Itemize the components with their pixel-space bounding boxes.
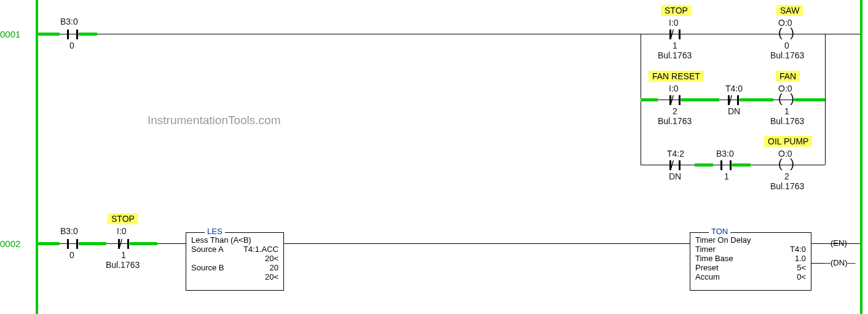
addr: I:0	[669, 84, 679, 93]
addr: DN	[728, 106, 740, 116]
wire-energized	[740, 98, 773, 101]
wire-energized	[695, 163, 713, 167]
addr: Bul.1763	[770, 50, 804, 60]
ote-saw: ()	[772, 28, 800, 41]
addr: 1	[121, 250, 126, 260]
les-instruction: LES Less Than (A<B) Source AT4:1.ACC 20<…	[186, 232, 284, 291]
addr: 0	[69, 250, 74, 260]
ton-v0: T4:0	[790, 245, 806, 254]
addr: 2	[673, 106, 677, 116]
xio-t42dn: /	[661, 159, 689, 171]
tag-saw: SAW	[776, 5, 803, 16]
wire-energized	[38, 33, 60, 36]
ton-v3: 0<	[797, 272, 806, 281]
addr: Bul.1763	[658, 116, 692, 126]
addr: Bul.1763	[658, 50, 692, 60]
wire-energized	[79, 242, 106, 245]
left-power-rail	[36, 0, 38, 314]
ote-oilpump: ()	[772, 159, 800, 171]
wire-energized	[38, 242, 60, 245]
les-srcb-label: Source B	[191, 263, 224, 272]
addr: B3:0	[60, 226, 78, 236]
addr: T4:0	[725, 84, 743, 93]
les-srca-sub: 20<	[265, 254, 278, 263]
addr: I:0	[669, 18, 679, 28]
ton-en-flag: EN	[823, 238, 855, 248]
addr: Bul.1763	[770, 116, 804, 126]
ton-instruction: TON Timer On Delay TimerT4:0 Time Base1.…	[690, 232, 811, 291]
tag-stop: STOP	[661, 5, 692, 16]
addr: 1	[784, 106, 789, 116]
xio-stop: /	[661, 28, 689, 41]
addr: I:0	[117, 226, 127, 236]
watermark: InstrumentationTools.com	[148, 114, 281, 127]
wire	[38, 34, 641, 34]
wire-energized	[681, 98, 719, 101]
addr-bot: 0	[69, 41, 74, 50]
les-srca-label: Source A	[191, 245, 224, 254]
ton-k3: Accum	[695, 272, 720, 281]
ton-k0: Timer	[695, 245, 716, 254]
wire-energized	[79, 33, 97, 36]
tag-oilpump: OIL PUMP	[764, 136, 812, 147]
addr: 1	[673, 41, 677, 50]
wire	[825, 34, 826, 165]
tag-fanreset: FAN RESET	[649, 71, 704, 82]
ton-desc: Timer On Delay	[695, 235, 806, 245]
right-power-rail	[860, 0, 862, 314]
wire-energized	[641, 98, 658, 101]
addr: Bul.1763	[106, 260, 140, 270]
tag-fan: FAN	[776, 71, 800, 82]
tag-stop-r2: STOP	[108, 213, 138, 224]
les-title: LES	[205, 227, 225, 236]
addr-top: B3:0	[60, 17, 78, 26]
addr: T4:2	[667, 149, 684, 159]
addr: 1	[724, 171, 729, 181]
les-desc: Less Than (A<B)	[191, 235, 278, 245]
les-srcb-sub: 20<	[265, 272, 278, 281]
ton-dn-flag: DN	[823, 258, 855, 267]
addr: DN	[669, 171, 681, 181]
les-srca-val: T4:1.ACC	[243, 245, 278, 254]
wire	[825, 34, 860, 34]
wire	[811, 263, 825, 264]
rung-number-1: 0001	[0, 29, 20, 39]
addr: B3:0	[716, 149, 734, 159]
wire-energized	[732, 163, 751, 167]
addr: 0	[784, 41, 789, 50]
wire-energized	[130, 242, 157, 245]
ton-v1: 1.0	[795, 254, 806, 263]
ton-k2: Preset	[695, 263, 719, 272]
ton-k1: Time Base	[695, 254, 733, 263]
wire-energized	[794, 98, 825, 101]
ton-title: TON	[709, 227, 730, 236]
ton-v2: 5<	[797, 263, 806, 272]
les-srcb-val: 20	[270, 263, 278, 272]
rung-number-2: 0002	[0, 238, 20, 249]
addr: 2	[784, 171, 789, 181]
addr: Bul.1763	[770, 181, 804, 191]
